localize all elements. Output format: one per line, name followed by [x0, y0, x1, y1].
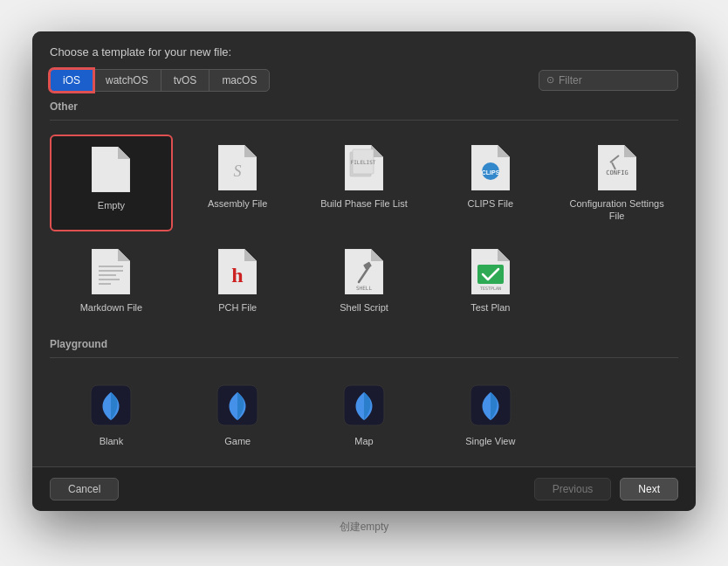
markdown-file-icon — [86, 247, 135, 296]
dialog-footer: Cancel Previous Next — [32, 466, 696, 511]
tabs-row: iOS watchOS tvOS macOS ⊙ — [50, 69, 678, 92]
pch-file-icon: h — [213, 247, 262, 296]
template-item-shell[interactable]: SHELL Shell Script — [303, 238, 426, 322]
template-label-markdown: Markdown File — [80, 301, 143, 314]
tab-ios[interactable]: iOS — [50, 69, 93, 92]
filter-input[interactable] — [559, 74, 663, 86]
svg-text:FILELIST: FILELIST — [351, 159, 376, 165]
section-header-playground: Playground — [50, 329, 678, 358]
cancel-button[interactable]: Cancel — [50, 478, 119, 500]
template-label-game: Game — [224, 435, 251, 447]
testplan-file-icon: TESTPLAN — [466, 247, 515, 296]
template-label-buildphase: Build Phase File List — [320, 197, 408, 210]
template-label-map: Map — [354, 435, 373, 447]
template-item-pch[interactable]: h PCH File — [176, 238, 299, 322]
singleview-playground-icon — [466, 381, 515, 430]
svg-marker-3 — [244, 145, 257, 157]
svg-text:TESTPLAN: TESTPLAN — [480, 286, 501, 291]
svg-text:CLIPS: CLIPS — [481, 169, 499, 176]
svg-text:CONFIG: CONFIG — [606, 169, 628, 176]
template-item-singleview[interactable]: Single View — [429, 372, 552, 456]
template-item-config[interactable]: CONFIG Configuration Settings File — [555, 135, 678, 231]
template-label-clips: CLIPS File — [468, 197, 514, 210]
shell-file-icon: SHELL — [340, 247, 388, 296]
template-label-shell: Shell Script — [340, 301, 388, 314]
template-label-testplan: Test Plan — [470, 301, 510, 314]
template-item-blank[interactable]: Blank — [50, 372, 173, 456]
caption: 创建empty — [340, 520, 389, 535]
template-item-testplan[interactable]: TESTPLAN Test Plan — [429, 238, 552, 322]
dialog-header: Choose a template for your new file: iOS… — [32, 31, 696, 92]
svg-text:h: h — [232, 264, 244, 286]
template-item-buildphase[interactable]: FILELIST Build Phase File List — [303, 135, 426, 231]
template-item-map[interactable]: Map — [303, 372, 426, 456]
section-header-other: Other — [50, 92, 678, 121]
template-item-clips[interactable]: CLIPS CLIPS File — [429, 135, 552, 231]
template-label-blank: Blank — [100, 435, 124, 447]
template-label-pch: PCH File — [218, 301, 257, 314]
footer-right-buttons: Previous Next — [534, 478, 678, 500]
tab-watchos[interactable]: watchOS — [93, 69, 161, 92]
filter-box: ⊙ — [539, 70, 678, 91]
template-item-markdown[interactable]: Markdown File — [50, 238, 173, 322]
template-item-assembly[interactable]: S Assembly File — [176, 135, 299, 231]
svg-marker-30 — [371, 249, 383, 261]
template-label-config: Configuration Settings File — [560, 197, 673, 223]
template-label-empty: Empty — [98, 199, 125, 211]
svg-text:S: S — [234, 162, 242, 180]
template-label-assembly: Assembly File — [208, 197, 267, 210]
template-chooser-dialog: Choose a template for your new file: iOS… — [32, 31, 696, 511]
svg-marker-27 — [244, 249, 257, 261]
template-item-game[interactable]: Game — [176, 372, 299, 456]
other-template-grid: Empty S Assembly File — [50, 128, 678, 329]
game-playground-icon — [213, 381, 262, 430]
svg-marker-1 — [118, 147, 130, 159]
tab-macos[interactable]: macOS — [209, 69, 270, 92]
svg-marker-20 — [118, 249, 130, 261]
template-label-singleview: Single View — [465, 435, 515, 447]
empty-file-icon — [86, 145, 135, 194]
blank-playground-icon — [86, 381, 135, 430]
previous-button[interactable]: Previous — [534, 478, 612, 500]
dialog-title: Choose a template for your new file: — [50, 45, 678, 59]
playground-template-grid: Blank Game — [50, 365, 678, 466]
next-button[interactable]: Next — [620, 478, 678, 500]
filter-icon: ⊙ — [546, 74, 554, 86]
template-item-empty[interactable]: Empty — [50, 135, 173, 231]
svg-rect-36 — [477, 265, 504, 284]
buildphase-file-icon: FILELIST — [340, 143, 388, 192]
dialog-content: Other Empty S — [32, 92, 696, 466]
config-file-icon: CONFIG — [593, 143, 642, 192]
map-playground-icon — [340, 381, 388, 430]
assembly-file-icon: S — [213, 143, 262, 192]
tab-tvos[interactable]: tvOS — [161, 69, 210, 92]
clips-file-icon: CLIPS — [466, 143, 515, 192]
svg-text:SHELL: SHELL — [356, 285, 372, 291]
